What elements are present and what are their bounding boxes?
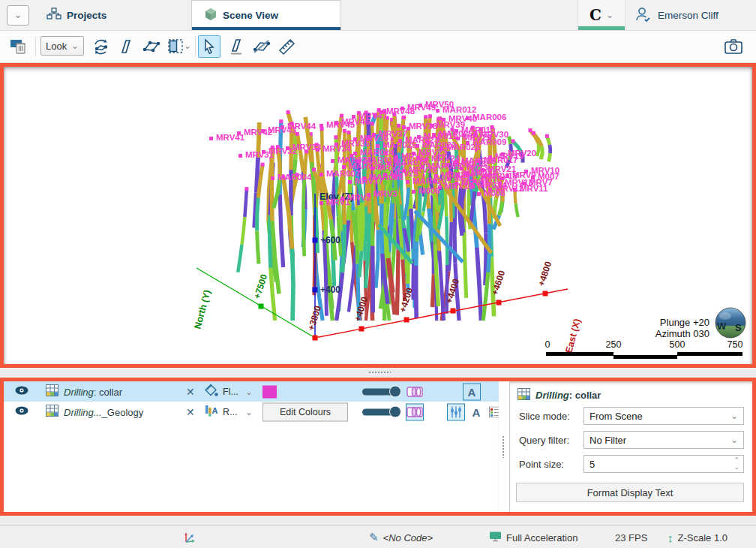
active-code-indicator[interactable]: ✎ <No Code> [369, 526, 433, 548]
chevron-down-icon[interactable]: ⌄ [245, 407, 253, 417]
splitter-grip [368, 371, 391, 375]
elev-tick-label: +600 [320, 235, 340, 245]
z-scale-label: Z-Scale 1.0 [678, 532, 728, 543]
chevron-down-icon: ⌄ [730, 411, 738, 421]
acceleration-indicator[interactable]: Full Acceleration [489, 526, 578, 548]
layer-row-geology[interactable]: Drilling..._Geology ✕ A R... ⌄ Edit Colo… [4, 402, 499, 422]
properties-title: Drilling: collar [536, 390, 601, 401]
drillhole-label: MAR012 [442, 105, 476, 114]
filter-values-icon[interactable] [447, 403, 465, 420]
tab-label: Scene View [223, 10, 278, 21]
screenshot-camera-button[interactable] [722, 35, 745, 58]
slice-mode-value: From Scene [590, 411, 643, 422]
drillhole-label: MRV44 [287, 122, 316, 131]
query-filter-row: Query filter: No Filter ⌄ [519, 431, 744, 449]
shape-list-highlight-frame: Drilling: collar ✕ Fl... ⌄ A [0, 378, 756, 516]
up-down-arrow-icon: ↕ [668, 531, 674, 544]
point-size-label: Point size: [519, 459, 584, 470]
pencil-icon: ✎ [369, 531, 379, 544]
slicer-tool[interactable] [115, 35, 137, 58]
slice-mode-label: Slice mode: [519, 411, 584, 422]
properties-panel: Drilling: collar Slice mode: From Scene … [510, 381, 752, 512]
slice-box-chevron[interactable]: ⌄ [184, 41, 191, 51]
layer-row-collar[interactable]: Drilling: collar ✕ Fl... ⌄ A [4, 381, 499, 402]
ruler-tool[interactable] [276, 35, 298, 58]
remove-layer-icon[interactable]: ✕ [186, 406, 195, 418]
slice-mode-row: Slice mode: From Scene ⌄ [519, 407, 744, 425]
drillhole-label: MRV49 [407, 103, 436, 112]
horizontal-splitter[interactable] [0, 368, 756, 378]
slice-filter-icon[interactable] [406, 383, 424, 400]
properties-header: Drilling: collar [518, 388, 601, 402]
scale-bar-label: 250 [606, 339, 622, 350]
clear-scene-button[interactable] [8, 35, 30, 58]
drillhole-label: MRV7 [529, 178, 553, 187]
layer-name: Drilling..._Geology [64, 406, 143, 417]
drillhole-label: MRV31 [245, 150, 274, 159]
colour-option-label[interactable]: Fl... [223, 387, 238, 397]
draw-polyline-tool[interactable] [250, 35, 273, 58]
toolbar-separator [195, 37, 196, 56]
compass-ball[interactable]: WS [716, 308, 746, 338]
query-filter-value: No Filter [590, 435, 626, 446]
show-text-icon[interactable]: A [463, 383, 481, 400]
scene-view-icon [204, 8, 218, 23]
compass-west-letter: W [717, 321, 727, 332]
drillhole-label: MRV17 [355, 176, 383, 185]
category-column-icon: A [204, 404, 219, 420]
point-size-input[interactable]: 5 ⌃⌄ [584, 455, 744, 473]
scene-axes-indicator[interactable] [183, 526, 196, 548]
drillhole-label: MRV2 [347, 193, 371, 202]
visibility-eye-icon[interactable] [14, 405, 29, 419]
look-dropdown[interactable]: Look ⌄ [40, 36, 84, 56]
slice-mode-select[interactable]: From Scene ⌄ [584, 407, 744, 425]
east-tick-label: +4200 [398, 286, 416, 314]
slider-knob[interactable] [389, 405, 401, 417]
frame-gap [0, 516, 756, 525]
drillhole-label: M006 [418, 186, 440, 195]
slice-filter-icon[interactable] [406, 403, 424, 420]
drillhole-label: MRV34 [322, 144, 352, 153]
azimuth-readout: Azimuth 030 [656, 328, 710, 339]
edit-colours-button[interactable]: Edit Colours [262, 402, 348, 421]
remove-layer-icon[interactable]: ✕ [186, 386, 195, 398]
opacity-slider[interactable] [362, 388, 398, 395]
east-tick-label: +4800 [536, 260, 554, 288]
plunge-readout: Plunge +20 [660, 317, 710, 328]
acceleration-label: Full Acceleration [506, 532, 578, 543]
colour-swatch[interactable] [262, 385, 277, 398]
logo-green-underline [578, 26, 625, 30]
rotate-slicer-tool[interactable] [89, 35, 112, 58]
user-account[interactable]: Emerson Cliff [634, 0, 718, 30]
user-icon [634, 5, 652, 26]
select-tool[interactable] [198, 35, 220, 58]
draw-slicer-tool[interactable] [225, 35, 248, 58]
chevron-down-icon[interactable]: ⌄ [245, 387, 253, 397]
east-axis-label: East (X) [563, 318, 583, 354]
central-logo-icon: C [590, 6, 602, 24]
slider-knob[interactable] [389, 385, 401, 397]
north-axis-label: North (Y) [192, 289, 212, 330]
central-logo-button[interactable]: C ⌄ [578, 0, 626, 30]
window-menu-button[interactable]: ⌄ [7, 5, 29, 26]
visibility-eye-icon[interactable] [14, 385, 29, 399]
no-code-label: <No Code> [383, 532, 434, 543]
projects-icon [46, 8, 62, 23]
colour-option-label[interactable]: R... [223, 407, 237, 417]
status-bar: ✎ <No Code> Full Acceleration 23 FPS ↕ Z… [0, 525, 756, 548]
monitor-icon [489, 531, 502, 544]
vertical-splitter[interactable] [499, 381, 510, 512]
scene-viewport[interactable]: +3800+4000+4200+4400+4600+4800+7500+600+… [4, 67, 752, 364]
z-scale-indicator[interactable]: ↕ Z-Scale 1.0 [668, 526, 728, 548]
show-text-icon[interactable]: A [467, 403, 485, 420]
spinner-arrows[interactable]: ⌃⌄ [734, 457, 740, 471]
query-filter-select[interactable]: No Filter ⌄ [584, 431, 744, 449]
scene-toolbar: Look ⌄ ⌄ [0, 31, 756, 63]
format-display-text-button[interactable]: Format Display Text [516, 483, 744, 502]
moving-plane-tool[interactable] [140, 35, 163, 58]
opacity-slider[interactable] [362, 408, 398, 415]
tab-projects[interactable]: Projects [46, 0, 106, 30]
layer-name: Drilling: collar [64, 386, 122, 397]
chevron-down-icon: ⌄ [606, 10, 614, 20]
tab-scene-view[interactable]: Scene View [191, 0, 341, 30]
